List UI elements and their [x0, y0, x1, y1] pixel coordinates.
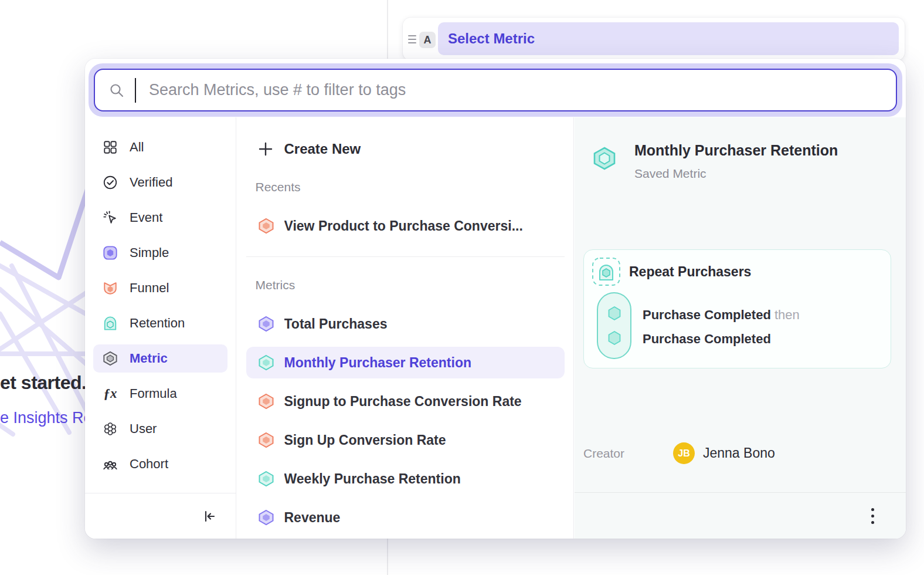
sidebar-item-verified[interactable]: Verified	[93, 168, 227, 197]
repeat-purchasers-cohort-icon	[592, 257, 621, 286]
recents-section-header: Recents	[237, 180, 573, 194]
collapse-left-icon	[202, 509, 217, 524]
metric-item-total-purchases[interactable]: Total Purchases	[246, 308, 565, 340]
query-builder-row: A Select Metric	[403, 18, 905, 60]
definition-card-title: Repeat Purchasers	[629, 264, 751, 280]
select-metric-button[interactable]: Select Metric	[438, 22, 899, 55]
sequence-step-1: Purchase Completed then	[643, 307, 800, 323]
verified-badge-icon	[103, 175, 118, 190]
sidebar-item-event[interactable]: Event	[93, 204, 227, 232]
funnel-metric-hexagon-icon	[258, 218, 274, 234]
retention-arch-icon	[103, 316, 118, 331]
search-field[interactable]	[94, 69, 897, 111]
collapse-sidebar-button[interactable]	[201, 508, 218, 525]
metric-item-weekly-purchase-retention[interactable]: Weekly Purchase Retention	[246, 463, 565, 495]
metric-detail-panel: Monthly Purchaser Retention Saved Metric…	[575, 117, 906, 539]
sidebar-item-formula[interactable]: ƒx Formula	[93, 380, 227, 408]
recent-item-view-product-to-purchase-conversion[interactable]: View Product to Purchase Conversi...	[246, 210, 565, 242]
sidebar-footer	[85, 493, 236, 539]
creator-label: Creator	[583, 447, 624, 461]
event-hexagon-icon	[606, 330, 623, 346]
drag-handle-icon[interactable]	[406, 33, 418, 46]
event-hexagon-icon	[606, 305, 623, 322]
sidebar-item-funnel[interactable]: Funnel	[93, 274, 227, 302]
detail-subtitle: Saved Metric	[634, 167, 706, 181]
formula-fx-icon: ƒx	[103, 386, 118, 401]
metric-definition-card: Repeat Purchasers Purchase Completed the…	[583, 249, 891, 368]
retention-metric-hexagon-icon	[258, 471, 274, 487]
detail-title: Monthly Purchaser Retention	[634, 142, 838, 159]
funnel-metric-hexagon-icon	[258, 393, 274, 410]
detail-footer	[575, 492, 906, 539]
event-sequence-capsule	[597, 292, 631, 359]
cohort-people-icon	[103, 456, 118, 472]
filter-sidebar: All Verified	[85, 117, 236, 539]
metric-item-signup-to-purchase-conversion-rate[interactable]: Signup to Purchase Conversion Rate	[246, 385, 565, 417]
funnel-metric-hexagon-icon	[258, 432, 274, 448]
user-cluster-icon	[103, 421, 118, 437]
metric-item-revenue[interactable]: Revenue	[246, 502, 565, 533]
cursor-click-icon	[103, 210, 118, 225]
search-focus-ring	[89, 63, 902, 117]
get-started-heading-fragment: et started.	[0, 372, 86, 394]
creator-name: Jenna Bono	[703, 445, 775, 461]
retention-metric-hexagon-icon	[258, 354, 274, 371]
sidebar-item-metric[interactable]: Metric	[93, 344, 227, 373]
select-metric-label: Select Metric	[448, 31, 535, 47]
metric-picker-modal: All Verified	[85, 59, 906, 539]
sidebar-item-cohort[interactable]: Cohort	[93, 450, 227, 478]
sidebar-item-all[interactable]: All	[93, 133, 227, 161]
metric-item-sign-up-conversion-rate[interactable]: Sign Up Conversion Rate	[246, 424, 565, 456]
text-caret	[135, 78, 136, 103]
sequence-step-2: Purchase Completed	[643, 332, 771, 347]
saved-metric-hexagon-icon	[592, 146, 617, 171]
metric-hexagon-icon	[103, 351, 118, 366]
simple-metric-hexagon-icon	[258, 509, 274, 526]
sidebar-item-retention[interactable]: Retention	[93, 309, 227, 337]
section-divider	[246, 256, 565, 257]
sidebar-item-simple[interactable]: Simple	[93, 239, 227, 267]
funnel-icon	[103, 280, 118, 296]
search-icon	[109, 83, 124, 98]
metric-item-monthly-purchaser-retention[interactable]: Monthly Purchaser Retention	[246, 347, 565, 378]
sidebar-item-user[interactable]: User	[93, 415, 227, 443]
grid-icon	[103, 140, 118, 155]
simple-hexagon-icon	[103, 245, 118, 261]
insights-report-link-fragment[interactable]: e Insights Re	[0, 409, 93, 427]
create-new-button[interactable]: Create New	[237, 133, 573, 165]
metric-list-column: Create New Recents View Product to Purch…	[237, 117, 574, 539]
plus-icon	[258, 141, 273, 157]
metrics-section-header: Metrics	[237, 278, 573, 292]
simple-metric-hexagon-icon	[258, 316, 274, 332]
creator-avatar: JB	[673, 442, 695, 464]
more-options-button[interactable]	[866, 504, 879, 527]
query-row-label-badge[interactable]: A	[419, 32, 436, 48]
search-input[interactable]	[148, 72, 896, 109]
